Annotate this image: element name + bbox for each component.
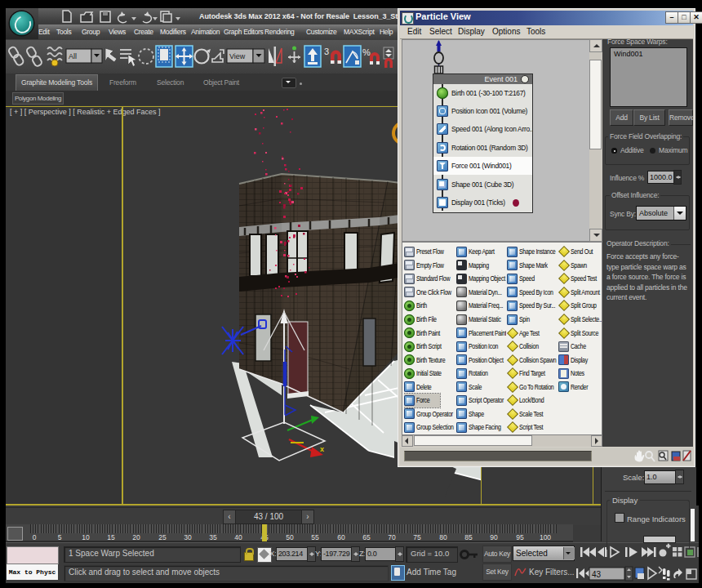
svg-text:43: 43 — [592, 570, 602, 579]
svg-text:3: 3 — [324, 47, 329, 56]
svg-text:All: All — [69, 52, 77, 60]
svg-text:View: View — [229, 52, 246, 60]
svg-text:%: % — [362, 47, 371, 57]
svg-text:x: x — [320, 445, 324, 453]
